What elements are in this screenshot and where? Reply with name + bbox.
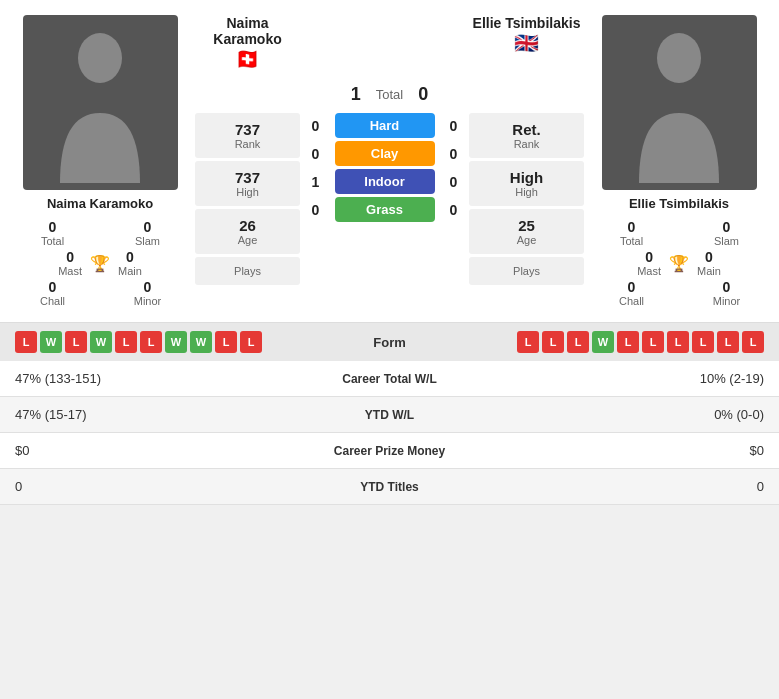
surface-row-hard: 0 Hard 0 (305, 113, 464, 138)
right-sub-stats: 0 Chall 0 Minor (589, 279, 769, 307)
left-slam-block: 0 Slam (105, 219, 190, 247)
right-total-value: 0 (628, 219, 636, 235)
stats-right-value: 0% (0-0) (530, 407, 764, 422)
form-badge-right: L (742, 331, 764, 353)
hard-score-right: 0 (445, 118, 463, 134)
left-age-label: Age (207, 234, 288, 246)
form-badge-left: L (240, 331, 262, 353)
left-plays-label: Plays (207, 265, 288, 277)
form-badge-right: L (692, 331, 714, 353)
left-sub-stats: 0 Chall 0 Minor (10, 279, 190, 307)
left-flag: 🇨🇭 (195, 47, 300, 71)
right-header-name: Ellie Tsimbilakis (469, 15, 584, 31)
grass-score-left: 0 (307, 202, 325, 218)
left-high-label: High (207, 186, 288, 198)
right-high-label: High (481, 186, 572, 198)
right-trophy-icon: 🏆 (669, 254, 689, 273)
main-container: Naima Karamoko 0 Total 0 Slam 0 Mast 🏆 (0, 0, 779, 505)
right-main-value: 0 (705, 249, 713, 265)
total-row: 1 Total 0 (195, 79, 584, 110)
left-mast-value: 0 (66, 249, 74, 265)
right-player-panel: Ellie Tsimbilakis 0 Total 0 Slam 0 Mast … (589, 15, 769, 307)
right-mast-block: 0 Mast (637, 249, 661, 277)
left-age-box: 26 Age (195, 209, 300, 254)
stats-left-value: 0 (15, 479, 249, 494)
stats-left-value: 47% (15-17) (15, 407, 249, 422)
form-badge-left: L (140, 331, 162, 353)
clay-badge: Clay (335, 141, 435, 166)
stats-row: $0Career Prize Money$0 (0, 433, 779, 469)
right-avatar-silhouette (602, 15, 757, 190)
left-stats-col: 737 Rank 737 High 26 Age Plays (195, 113, 300, 285)
right-age-value: 25 (481, 217, 572, 234)
clay-score-left: 0 (307, 146, 325, 162)
stats-row: 47% (15-17)YTD W/L0% (0-0) (0, 397, 779, 433)
right-main-label: Main (697, 265, 721, 277)
right-slam-label: Slam (714, 235, 739, 247)
right-rank-label: Rank (481, 138, 572, 150)
right-total-label: Total (620, 235, 643, 247)
left-slam-label: Slam (135, 235, 160, 247)
left-player-avatar (23, 15, 178, 190)
svg-point-0 (78, 33, 122, 83)
grass-badge: Grass (335, 197, 435, 222)
total-score-left: 1 (346, 84, 366, 105)
form-label: Form (360, 335, 420, 350)
left-slam-value: 0 (144, 219, 152, 235)
left-high-value: 737 (207, 169, 288, 186)
left-chall-label: Chall (40, 295, 65, 307)
left-player-panel: Naima Karamoko 0 Total 0 Slam 0 Mast 🏆 (10, 15, 190, 307)
stats-left-value: 47% (133-151) (15, 371, 249, 386)
right-player-stats: 0 Total 0 Slam (589, 219, 769, 247)
right-header-info: Ellie Tsimbilakis 🇬🇧 (469, 15, 584, 55)
left-total-label: Total (41, 235, 64, 247)
form-badge-right: L (517, 331, 539, 353)
form-badge-left: W (40, 331, 62, 353)
form-badge-left: W (165, 331, 187, 353)
form-badge-left: L (65, 331, 87, 353)
right-minor-label: Minor (713, 295, 741, 307)
stats-center-label: YTD Titles (249, 480, 530, 494)
right-minor-value: 0 (723, 279, 731, 295)
left-chall-block: 0 Chall (10, 279, 95, 307)
right-plays-box: Plays (469, 257, 584, 285)
form-badges-left: LWLWLLWWLL (15, 331, 350, 353)
stats-left-value: $0 (15, 443, 249, 458)
right-plays-label: Plays (481, 265, 572, 277)
form-badge-right: L (542, 331, 564, 353)
top-section: Naima Karamoko 0 Total 0 Slam 0 Mast 🏆 (0, 0, 779, 322)
left-main-block: 0 Main (118, 249, 142, 277)
indoor-score-right: 0 (445, 174, 463, 190)
stats-center-label: Career Total W/L (249, 372, 530, 386)
left-chall-value: 0 (49, 279, 57, 295)
grass-score-right: 0 (445, 202, 463, 218)
right-trophy-row: 0 Mast 🏆 0 Main (589, 249, 769, 277)
indoor-badge: Indoor (335, 169, 435, 194)
left-trophy-icon: 🏆 (90, 254, 110, 273)
right-player-avatar (602, 15, 757, 190)
left-rank-value: 737 (207, 121, 288, 138)
stats-row: 0YTD Titles0 (0, 469, 779, 505)
form-badges-right: LLLWLLLLLL (430, 331, 765, 353)
right-chall-value: 0 (628, 279, 636, 295)
left-trophy-row: 0 Mast 🏆 0 Main (10, 249, 190, 277)
right-main-block: 0 Main (697, 249, 721, 277)
form-badge-right: L (567, 331, 589, 353)
right-slam-value: 0 (723, 219, 731, 235)
surface-row-indoor: 1 Indoor 0 (305, 169, 464, 194)
hard-score-left: 0 (307, 118, 325, 134)
left-rank-box: 737 Rank (195, 113, 300, 158)
left-header-name: Naima Karamoko (195, 15, 300, 47)
left-player-name: Naima Karamoko (47, 196, 153, 211)
stats-right-value: 10% (2-19) (530, 371, 764, 386)
left-rank-label: Rank (207, 138, 288, 150)
center-column: Naima Karamoko 🇨🇭 Ellie Tsimbilakis 🇬🇧 1… (195, 15, 584, 307)
stats-center-label: Career Prize Money (249, 444, 530, 458)
stats-right-value: $0 (530, 443, 764, 458)
right-flag: 🇬🇧 (469, 31, 584, 55)
form-badge-right: L (642, 331, 664, 353)
form-badge-right: L (717, 331, 739, 353)
stats-table: 47% (133-151)Career Total W/L10% (2-19)4… (0, 361, 779, 505)
left-minor-value: 0 (144, 279, 152, 295)
left-minor-label: Minor (134, 295, 162, 307)
